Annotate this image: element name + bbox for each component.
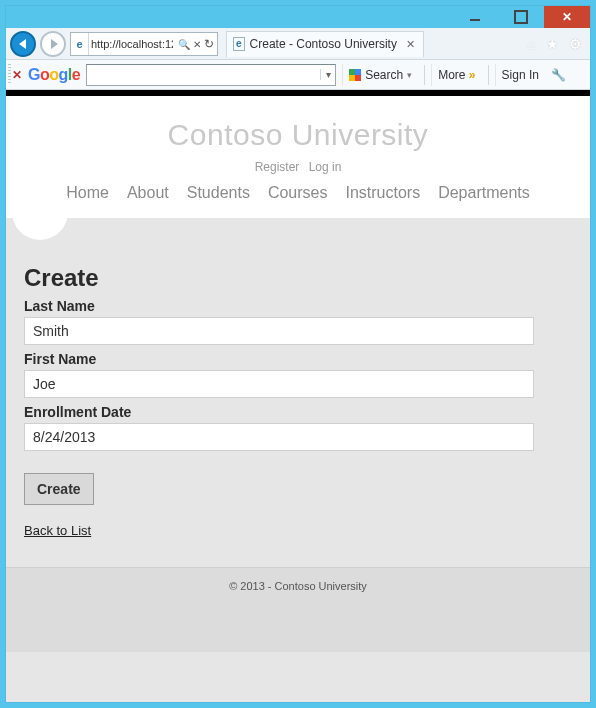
window-maximize-button[interactable]: [498, 6, 544, 28]
address-input[interactable]: [89, 38, 175, 50]
address-search-icon[interactable]: [178, 38, 190, 50]
account-links: Register Log in: [6, 160, 590, 174]
toolbar-divider: [488, 65, 489, 85]
last-name-label: Last Name: [24, 298, 572, 314]
window-minimize-button[interactable]: [452, 6, 498, 28]
window-close-button[interactable]: [544, 6, 590, 28]
tab-favicon-icon: e: [233, 37, 245, 51]
address-bar[interactable]: e: [70, 32, 218, 56]
toolbar-close-icon[interactable]: ✕: [12, 68, 22, 82]
nav-home[interactable]: Home: [66, 184, 109, 202]
google-search-input[interactable]: [87, 68, 320, 82]
google-search-box[interactable]: ▾: [86, 64, 336, 86]
toolbar-signin-button[interactable]: Sign In: [495, 64, 545, 86]
google-logo[interactable]: Google: [28, 66, 80, 84]
first-name-label: First Name: [24, 351, 572, 367]
tab-close-icon[interactable]: ✕: [406, 38, 415, 51]
site-title: Contoso University: [6, 118, 590, 152]
ie-page-icon: e: [71, 33, 89, 55]
favorites-icon[interactable]: [546, 36, 559, 52]
main-content: Create Last Name First Name Enrollment D…: [6, 218, 590, 549]
nav-back-button[interactable]: [10, 31, 36, 57]
window-titlebar: [6, 6, 590, 28]
signin-label: Sign In: [502, 68, 539, 82]
create-button[interactable]: Create: [24, 473, 94, 505]
settings-gear-icon[interactable]: [569, 36, 582, 52]
home-icon[interactable]: [528, 36, 536, 52]
address-refresh-icon[interactable]: [204, 37, 214, 51]
register-link[interactable]: Register: [255, 160, 300, 174]
nav-forward-button[interactable]: [40, 31, 66, 57]
ie-toolbar: e e Create - Contoso University ✕: [6, 28, 590, 60]
toolbar-divider: [424, 65, 425, 85]
page-body: Contoso University Register Log in Home …: [6, 96, 590, 702]
page-heading: Create: [24, 264, 572, 292]
search-dropdown-icon[interactable]: ▾: [320, 69, 335, 80]
nav-about[interactable]: About: [127, 184, 169, 202]
toolbar-wrench-icon[interactable]: [551, 68, 566, 82]
last-name-input[interactable]: [24, 317, 534, 345]
more-label: More: [438, 68, 475, 82]
first-name-input[interactable]: [24, 370, 534, 398]
tab-title: Create - Contoso University: [250, 37, 397, 51]
site-header: Contoso University Register Log in Home …: [6, 96, 590, 218]
main-nav: Home About Students Courses Instructors …: [6, 184, 590, 212]
enrollment-date-label: Enrollment Date: [24, 404, 572, 420]
nav-students[interactable]: Students: [187, 184, 250, 202]
login-link[interactable]: Log in: [309, 160, 342, 174]
enrollment-date-input[interactable]: [24, 423, 534, 451]
nav-instructors[interactable]: Instructors: [345, 184, 420, 202]
back-to-list-link[interactable]: Back to List: [24, 523, 91, 538]
toolbar-more-button[interactable]: More: [431, 64, 481, 86]
google-toolbar: ✕ Google ▾ Search ▾ More Sign In: [6, 60, 590, 90]
address-stop-icon[interactable]: [193, 38, 201, 50]
search-split-dropdown-icon[interactable]: ▾: [407, 70, 412, 80]
browser-tab[interactable]: e Create - Contoso University ✕: [226, 31, 424, 57]
nav-departments[interactable]: Departments: [438, 184, 530, 202]
toolbar-grip-icon: [8, 64, 11, 85]
google-search-button[interactable]: Search ▾: [342, 64, 418, 86]
google-g-icon: [349, 69, 361, 81]
nav-courses[interactable]: Courses: [268, 184, 328, 202]
google-search-label: Search: [365, 68, 403, 82]
site-footer: © 2013 - Contoso University: [6, 567, 590, 652]
browser-window: e e Create - Contoso University ✕ ✕ Goog…: [6, 6, 590, 702]
